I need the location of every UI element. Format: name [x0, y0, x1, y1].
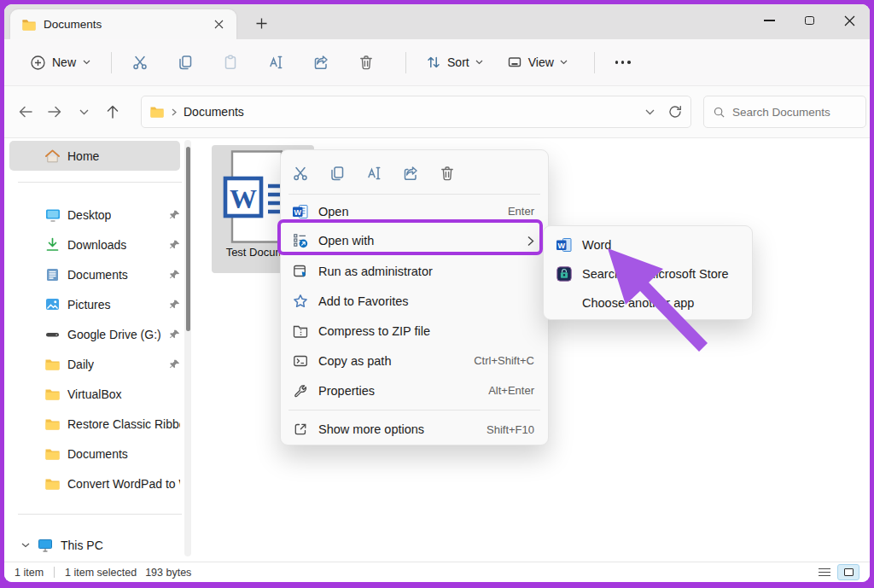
shortcut-hint: Shift+F10 [487, 423, 534, 436]
rename-icon [267, 54, 284, 71]
menu-item-copy-as-path[interactable]: Copy as path Ctrl+Shift+C [281, 346, 548, 376]
share-button[interactable] [402, 165, 419, 182]
address-dropdown-icon[interactable] [645, 109, 655, 115]
sidebar-item-downloads[interactable]: Downloads [9, 230, 180, 259]
chevron-down-icon [21, 543, 30, 548]
new-tab-button[interactable] [250, 12, 272, 34]
context-menu: W Open Enter Open with Run as administra… [280, 149, 549, 445]
ellipsis-icon [615, 61, 631, 63]
cut-button[interactable] [123, 46, 157, 79]
svg-text:W: W [230, 183, 257, 214]
sidebar-item-desktop[interactable]: Desktop [9, 200, 180, 230]
sidebar-item-label: Desktop [67, 208, 111, 222]
sort-button-label: Sort [447, 55, 469, 69]
selection-size: 193 bytes [145, 567, 191, 579]
chevron-right-icon [172, 108, 177, 116]
pin-icon [170, 270, 180, 280]
cut-button[interactable] [292, 165, 309, 182]
folder-icon [150, 106, 164, 118]
folder-icon [22, 19, 36, 31]
tab-title: Documents [44, 18, 209, 31]
see-more-button[interactable] [606, 46, 640, 79]
paste-button[interactable] [213, 46, 248, 79]
breadcrumb-segment[interactable]: Documents [184, 105, 244, 119]
new-button[interactable]: New [21, 49, 100, 77]
scrollbar-thumb[interactable] [186, 147, 190, 331]
sort-button[interactable]: Sort [417, 48, 492, 77]
sidebar-item-virtualbox[interactable]: VirtualBox [9, 379, 180, 409]
sort-icon [426, 55, 441, 70]
sidebar-item-pictures[interactable]: Pictures [9, 289, 180, 319]
large-icons-view-toggle[interactable] [837, 564, 859, 580]
share-button[interactable] [304, 46, 338, 79]
navigation-pane: Home Desktop Downloads [4, 138, 192, 562]
chevron-down-icon [475, 60, 483, 65]
pin-icon [170, 240, 180, 250]
submenu-item-word[interactable]: W Word [544, 230, 752, 259]
sidebar-scrollbar[interactable] [184, 140, 191, 556]
delete-button[interactable] [439, 165, 456, 182]
folder-icon [45, 388, 60, 400]
sidebar-item-documents-folder[interactable]: Documents [9, 439, 180, 469]
minimize-button[interactable] [749, 4, 790, 37]
show-more-icon [292, 421, 309, 438]
forward-button[interactable] [40, 97, 69, 126]
close-button[interactable] [830, 4, 870, 37]
delete-icon [358, 54, 375, 71]
command-bar: New Sort View [4, 39, 870, 86]
share-icon [312, 54, 329, 71]
copy-icon [329, 165, 346, 182]
sidebar-item-label: Daily [67, 358, 94, 371]
rename-button[interactable] [259, 46, 293, 79]
delete-button[interactable] [349, 46, 383, 79]
forward-icon [47, 104, 62, 119]
menu-item-compress-zip[interactable]: Compress to ZIP file [281, 316, 548, 346]
rename-button[interactable] [365, 165, 382, 182]
sidebar-item-label: This PC [61, 539, 103, 552]
refresh-icon[interactable] [668, 105, 682, 119]
submenu-chevron-icon [527, 236, 534, 247]
documents-icon [46, 268, 59, 282]
menu-item-show-more-options[interactable]: Show more options Shift+F10 [281, 415, 548, 444]
submenu-item-choose-another-app[interactable]: Choose another app [544, 288, 752, 317]
menu-item-properties[interactable]: Properties Alt+Enter [281, 376, 548, 405]
sidebar-item-label: Restore Classic Ribbon [67, 417, 180, 431]
menu-item-run-as-admin[interactable]: Run as administrator [281, 256, 548, 286]
shortcut-hint: Alt+Enter [488, 384, 534, 397]
rename-icon [365, 165, 382, 182]
tab-close-icon[interactable] [209, 15, 228, 34]
sidebar-item-this-pc[interactable]: This PC [9, 530, 180, 560]
menu-item-open[interactable]: W Open Enter [281, 197, 548, 225]
back-button[interactable] [11, 97, 40, 126]
sidebar-item-restore-classic-ribbon[interactable]: Restore Classic Ribbon [9, 409, 180, 439]
details-view-toggle[interactable] [819, 568, 830, 577]
home-icon [45, 149, 60, 163]
breadcrumb[interactable]: Documents [141, 96, 691, 128]
desktop-icon [45, 208, 61, 222]
view-icon [507, 55, 522, 70]
new-button-label: New [52, 55, 76, 69]
folder-icon [45, 358, 60, 370]
up-icon [105, 104, 120, 119]
copy-button[interactable] [168, 46, 202, 79]
tab-documents[interactable]: Documents [10, 9, 236, 39]
chevron-down-icon [83, 60, 90, 65]
copy-button[interactable] [329, 165, 346, 182]
search-input[interactable] [732, 106, 856, 119]
menu-item-add-to-favorites[interactable]: Add to Favorites [281, 286, 548, 316]
maximize-button[interactable] [790, 4, 830, 37]
share-icon [402, 165, 419, 182]
sidebar-item-documents[interactable]: Documents [9, 259, 180, 289]
menu-item-open-with[interactable]: Open with [281, 225, 548, 256]
view-button[interactable]: View [498, 48, 576, 77]
recent-locations-button[interactable] [69, 97, 98, 126]
up-button[interactable] [98, 97, 127, 126]
sidebar-item-convert-wordpad[interactable]: Convert WordPad to Word [9, 469, 180, 498]
search-box[interactable] [703, 96, 866, 128]
sidebar-item-daily[interactable]: Daily [9, 349, 180, 379]
sidebar-item-google-drive[interactable]: Google Drive (G:) [9, 319, 180, 349]
sidebar-item-home[interactable]: Home [9, 141, 180, 171]
zip-folder-icon [292, 323, 309, 340]
submenu-item-search-store[interactable]: Search the Microsoft Store [544, 259, 752, 288]
shortcut-hint: Enter [508, 205, 534, 218]
